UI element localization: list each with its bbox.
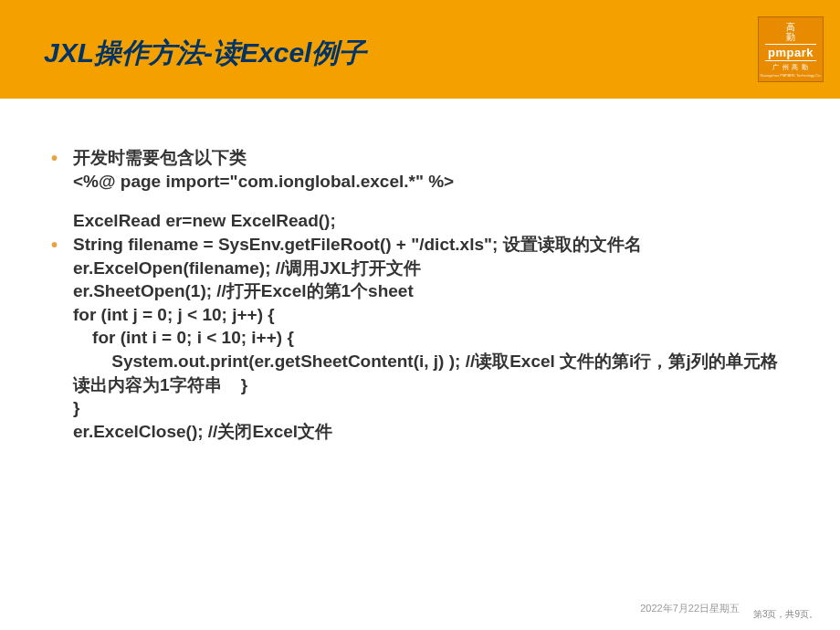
bullet-text: 开发时需要包含以下类<%@ page import="com.ionglobal… bbox=[73, 146, 800, 193]
bullet-text: String filename = SysEnv.getFileRoot() +… bbox=[73, 233, 800, 444]
bullet-item: •开发时需要包含以下类<%@ page import="com.iongloba… bbox=[51, 146, 800, 193]
bullet-text: ExcelRead er=new ExcelRead(); bbox=[73, 209, 800, 233]
slide-body: •开发时需要包含以下类<%@ page import="com.iongloba… bbox=[51, 146, 800, 444]
bullet-dot-icon: • bbox=[51, 146, 73, 171]
slide-title: JXL操作方法-读Excel例子 bbox=[44, 35, 366, 72]
footer-date: 2022年7月22日星期五 bbox=[640, 602, 740, 615]
bullet-item: •String filename = SysEnv.getFileRoot() … bbox=[51, 233, 800, 444]
logo-top: 高勤 bbox=[786, 22, 795, 42]
logo-tiny: Guangzhou PMPARK Technology Co. bbox=[760, 73, 821, 78]
logo-bot: 广 州 高 勤 bbox=[772, 63, 810, 72]
slide-header: JXL操作方法-读Excel例子 高勤 pmpark 广 州 高 勤 Guang… bbox=[0, 0, 840, 99]
bullet-item: ExcelRead er=new ExcelRead(); bbox=[51, 209, 800, 233]
footer-page: 第3页，共9页。 bbox=[753, 608, 818, 621]
bullet-dot-icon: • bbox=[51, 233, 73, 257]
logo-mid: pmpark bbox=[765, 44, 816, 61]
logo-badge: 高勤 pmpark 广 州 高 勤 Guangzhou PMPARK Techn… bbox=[758, 16, 824, 82]
